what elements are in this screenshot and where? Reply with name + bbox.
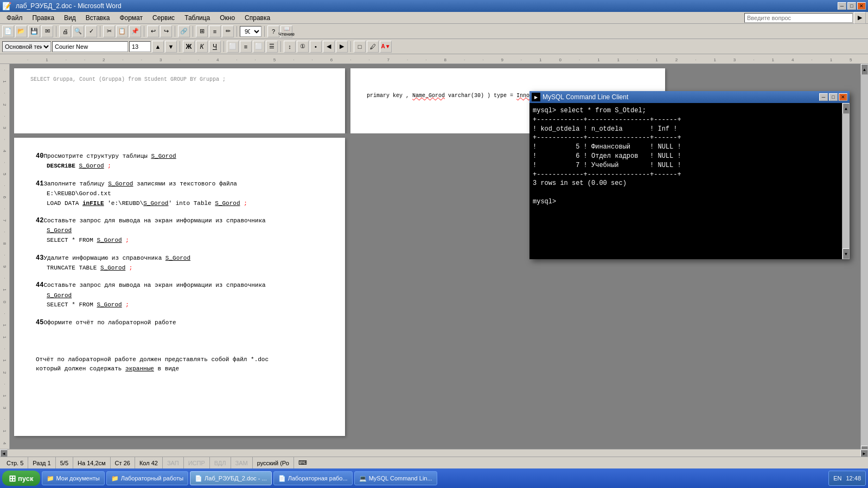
search-button[interactable]: ▶ — [854, 12, 866, 24]
sep9 — [224, 41, 224, 52]
columns-button[interactable]: ≡ — [209, 25, 221, 37]
sep10 — [280, 41, 281, 52]
style-selector[interactable]: Основной текст — [2, 41, 51, 52]
mysql-close-button[interactable]: ✕ — [839, 93, 847, 101]
indent-decrease-button[interactable]: ◀ — [323, 41, 335, 53]
maximize-button[interactable]: □ — [847, 2, 856, 10]
font-size-input[interactable] — [129, 41, 151, 52]
italic-button[interactable]: К — [196, 41, 208, 53]
task-42-code: SELECT * FROM S_Gorod ; — [47, 236, 323, 246]
new-button[interactable]: 📄 — [2, 25, 14, 37]
spellcheck-button[interactable]: ✓ — [85, 25, 97, 37]
task-41-filepath: E:\REUBD\Gorod.txt — [47, 189, 323, 199]
taskbar-item-doc[interactable]: 📄 Лаб_РЭУБД_2.doc - ... — [190, 471, 272, 485]
hscroll-left-btn[interactable]: ◀ — [0, 450, 8, 457]
table-button[interactable]: ⊞ — [196, 25, 208, 37]
help-button[interactable]: ? — [267, 25, 279, 37]
help-search-input[interactable] — [744, 13, 853, 23]
align-right-button[interactable]: ⬜ — [253, 41, 265, 53]
task-42-num: 42 — [36, 217, 43, 224]
highlight-button[interactable]: 🖊 — [367, 41, 379, 53]
open-button[interactable]: 📂 — [15, 25, 27, 37]
redo-button[interactable]: ↪ — [160, 25, 172, 37]
menu-help[interactable]: Справка — [240, 13, 275, 23]
task-44-header: 44Составьте запрос для вывода на экран и… — [36, 280, 323, 291]
menu-window[interactable]: Окно — [215, 13, 239, 23]
email-button[interactable]: ✉ — [41, 25, 53, 37]
task-40-text: Просмотрите структуру таблицы S_Gorod — [43, 153, 176, 159]
taskbar-mysql-label: MySQL Command Lin... — [369, 475, 432, 481]
reading-button[interactable]: 📖Чтение — [280, 25, 292, 37]
task-44-num: 44 — [36, 281, 43, 289]
bullets-button[interactable]: • — [310, 41, 322, 53]
start-button[interactable]: ⊞ пуск — [2, 471, 40, 486]
scroll-up-btn[interactable]: ▲ — [843, 103, 850, 114]
bold-button[interactable]: Ж — [183, 41, 195, 53]
hyperlink-button[interactable]: 🔗 — [178, 25, 190, 37]
main-area: ·1·2·3·4·5·6·7·8·9·10·11·12·13·14·15 SEL… — [0, 64, 868, 457]
menu-service[interactable]: Сервис — [148, 13, 179, 23]
status-ispr: ИСПР — [184, 457, 210, 468]
mysql-line-3: ! kod_otdela ! n_otdela ! Inf ! — [533, 125, 846, 134]
ruler-content: ·1··2··3··4··5··6··7··8··9·10·11·12·13·1… — [16, 54, 868, 63]
cut-button[interactable]: ✂ — [103, 25, 115, 37]
main-document-page: 40Просмотрите структуру таблицы S_Gorod … — [14, 138, 345, 436]
taskbar-item-labwork2[interactable]: 📄 Лабораторная рабо... — [273, 471, 353, 485]
menu-edit[interactable]: Правка — [28, 13, 59, 23]
menu-insert[interactable]: Вставка — [81, 13, 114, 23]
font-shrink-button[interactable]: ▼ — [165, 41, 177, 53]
scroll-down-btn[interactable]: ▼ — [843, 248, 850, 259]
main-hscrollbar[interactable]: ◀ ▶ — [0, 449, 868, 457]
underline-button[interactable]: Ч — [209, 41, 221, 53]
align-center-button[interactable]: ≡ — [240, 41, 252, 53]
mysql-minimize-button[interactable]: ─ — [819, 93, 828, 101]
undo-button[interactable]: ↩ — [147, 25, 159, 37]
font-name-input[interactable] — [52, 41, 128, 52]
copy-button[interactable]: 📋 — [116, 25, 128, 37]
mysql-line-4: +------------+----------------+------+ — [533, 133, 846, 143]
footer-line1: Отчёт по лабораторной работе должен пред… — [36, 355, 323, 365]
task-44-code: SELECT * FROM S_Gorod ; — [47, 300, 323, 310]
menu-file[interactable]: Файл — [2, 13, 27, 23]
vscroll-up-btn[interactable]: ▲ — [861, 64, 868, 75]
align-justify-button[interactable]: ☰ — [266, 41, 278, 53]
print-button[interactable]: 🖨 — [59, 25, 71, 37]
taskbar-item-mysql[interactable]: 💻 MySQL Command Lin... — [354, 471, 437, 485]
taskbar-item-labworks[interactable]: 📁 Лабораторный работы — [106, 471, 188, 485]
zoom-selector[interactable]: 90% — [240, 26, 261, 37]
hscroll-right-btn[interactable]: ▶ — [860, 450, 868, 457]
mysql-line-6: ! 6 ! Отдел кадров ! NULL ! — [533, 152, 846, 161]
menu-view[interactable]: Вид — [60, 13, 80, 23]
mysql-line-2: +------------+----------------+------+ — [533, 115, 846, 125]
taskbar-mydocs-label: Мои документы — [56, 475, 100, 481]
minimize-button[interactable]: ─ — [838, 2, 846, 10]
border-button[interactable]: □ — [354, 41, 366, 53]
save-button[interactable]: 💾 — [28, 25, 40, 37]
menu-format[interactable]: Формат — [115, 13, 147, 23]
preview-button[interactable]: 🔍 — [72, 25, 84, 37]
doc-area[interactable]: SELECT Gruppa, Count (Gruppa) from Stude… — [10, 64, 860, 457]
mysql-maximize-button[interactable]: □ — [829, 93, 838, 101]
drawing-button[interactable]: ✏ — [222, 25, 234, 37]
task-42-ref: S_Gorod — [47, 226, 323, 236]
numbering-button[interactable]: ① — [297, 41, 309, 53]
task-40-block: 40Просмотрите структуру таблицы S_Gorod … — [36, 151, 323, 171]
close-button[interactable]: ✕ — [857, 2, 866, 10]
tray-lang: EN — [833, 475, 841, 481]
font-color-button[interactable]: A▼ — [380, 41, 392, 53]
font-grow-button[interactable]: ▲ — [152, 41, 164, 53]
tray-time: 12:48 — [846, 475, 861, 481]
indent-increase-button[interactable]: ▶ — [336, 41, 348, 53]
menu-table[interactable]: Таблица — [180, 13, 214, 23]
taskbar-labwork2-icon: 📄 — [278, 475, 286, 482]
align-left-button[interactable]: ⬜ — [227, 41, 239, 53]
paste-button[interactable]: 📌 — [129, 25, 141, 37]
main-vscrollbar[interactable]: ▲ ▼ — [860, 64, 868, 457]
task-41-text: Заполните таблицу S_Gorod записями из те… — [43, 181, 237, 187]
taskbar-item-mydocs[interactable]: 📁 Мои документы — [42, 471, 105, 485]
window-controls: ─ □ ✕ — [838, 2, 866, 10]
mysql-scrollbar[interactable]: ▲ ▼ — [842, 103, 850, 259]
line-spacing-button[interactable]: ↕ — [284, 41, 296, 53]
sep11 — [350, 41, 351, 52]
status-pos: На 14,2см — [73, 457, 111, 468]
